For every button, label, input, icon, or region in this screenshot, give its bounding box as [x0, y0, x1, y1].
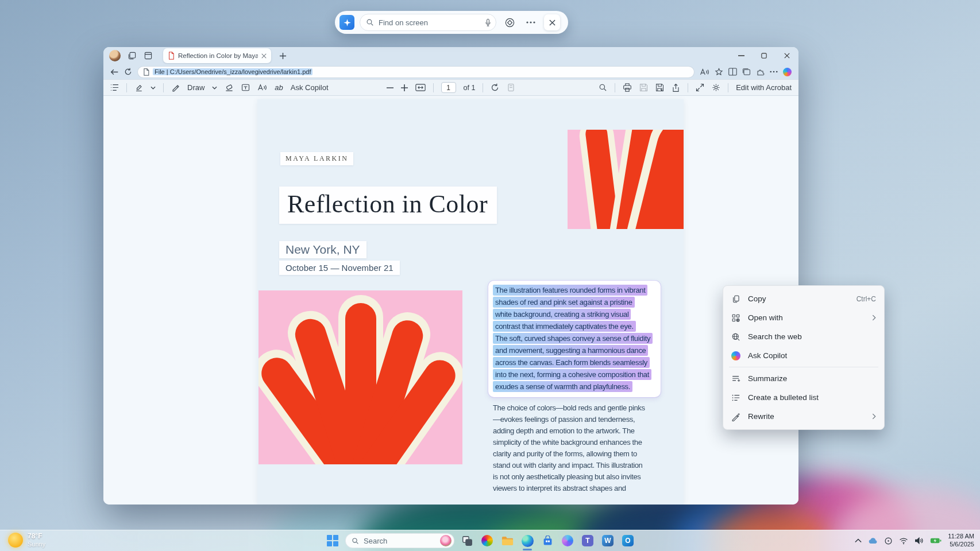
- outlook-button[interactable]: O: [620, 533, 635, 548]
- ask-copilot-button[interactable]: Ask Copilot: [291, 83, 329, 92]
- close-widget-button[interactable]: [544, 14, 560, 30]
- photos-app-button[interactable]: [480, 533, 495, 548]
- zoom-in-button[interactable]: [401, 84, 408, 91]
- visual-search-button[interactable]: [501, 14, 518, 30]
- taskbar-search[interactable]: Search: [345, 533, 454, 548]
- tab-title: Reflection in Color by Maya Lark: [178, 52, 258, 59]
- new-tab-button[interactable]: [279, 52, 287, 60]
- more-options-button[interactable]: [523, 14, 539, 30]
- page-view-button[interactable]: [507, 83, 515, 92]
- rewrite-icon: [731, 412, 740, 421]
- more-dots-icon: [526, 21, 535, 24]
- share-button[interactable]: [672, 83, 680, 92]
- tab-close-icon[interactable]: [261, 53, 267, 59]
- microphone-icon[interactable]: [484, 18, 492, 27]
- system-tray: 11:28 AM 5/6/2025: [855, 530, 974, 551]
- context-menu-item-ask-copilot[interactable]: Ask Copilot: [723, 346, 884, 365]
- profile-avatar[interactable]: [109, 50, 121, 61]
- highlighted-line: exudes a sense of warmth and playfulness…: [493, 381, 656, 392]
- weather-temp: 78°F: [28, 533, 45, 541]
- search-document-button[interactable]: [599, 83, 607, 92]
- context-menu-item-copy[interactable]: Copy Ctrl+C: [723, 289, 884, 308]
- window-controls: [730, 47, 798, 64]
- context-menu: Copy Ctrl+C Open with Search the web Ask…: [723, 285, 885, 430]
- save-as-button[interactable]: [655, 83, 664, 92]
- word-button[interactable]: W: [600, 533, 615, 548]
- onedrive-cloud-icon[interactable]: [868, 537, 878, 544]
- extensions-button[interactable]: [756, 68, 765, 76]
- highlighter-icon[interactable]: [134, 83, 143, 92]
- toc-button[interactable]: [110, 84, 119, 91]
- pdf-viewer: MAYA LARKIN Reflection in Color New York…: [103, 96, 798, 505]
- ab-text-button[interactable]: ab: [275, 83, 283, 92]
- refresh-button[interactable]: [124, 68, 132, 76]
- weather-condition: Sunny: [28, 541, 45, 548]
- tab-actions-icon[interactable]: [144, 51, 153, 60]
- screen-search-tray-icon[interactable]: [884, 537, 893, 545]
- maximize-button[interactable]: [753, 47, 775, 64]
- microsoft-store-button[interactable]: [540, 533, 555, 548]
- fit-to-width-button[interactable]: [415, 84, 426, 91]
- address-bar[interactable]: File | C:/Users/Onedrive/s_izza/lovegive…: [137, 66, 695, 78]
- rotate-button[interactable]: [491, 83, 499, 92]
- chevron-down-icon[interactable]: [151, 86, 156, 90]
- taskbar-clock[interactable]: 11:28 AM 5/6/2025: [948, 533, 974, 549]
- page-count-label: of 1: [464, 84, 476, 92]
- collections-button[interactable]: [742, 68, 751, 76]
- read-aloud-icon[interactable]: [257, 83, 267, 92]
- edit-with-acrobat-button[interactable]: Edit with Acrobat: [736, 83, 792, 92]
- context-menu-item-rewrite[interactable]: Rewrite: [723, 407, 884, 426]
- pdf-toolbar: Draw ab Ask Copilot: [103, 79, 798, 96]
- highlighted-line: into the next, forming a cohesive compos…: [493, 369, 656, 380]
- zoom-out-button[interactable]: [387, 87, 393, 88]
- hidden-icons-chevron[interactable]: [855, 538, 862, 543]
- minimize-button[interactable]: [730, 47, 753, 64]
- context-menu-item-search-web[interactable]: Search the web: [723, 327, 884, 346]
- search-icon: [352, 537, 359, 545]
- back-button[interactable]: [110, 68, 119, 76]
- read-aloud-button[interactable]: [700, 68, 709, 76]
- bulleted-list-icon: [731, 393, 740, 402]
- pen-icon[interactable]: [171, 83, 180, 92]
- favorites-star-button[interactable]: [715, 68, 723, 76]
- start-button[interactable]: [325, 533, 340, 548]
- word-icon: W: [602, 535, 614, 546]
- wifi-icon[interactable]: [899, 537, 908, 545]
- highlighted-paragraph[interactable]: The illustration features rounded forms …: [488, 281, 661, 397]
- copy-icon: [731, 294, 740, 304]
- print-button[interactable]: [623, 83, 632, 92]
- context-menu-item-summarize[interactable]: Summarize: [723, 369, 884, 388]
- pdf-file-icon: [168, 52, 175, 60]
- search-highlight-image: [440, 535, 452, 546]
- page-number-input[interactable]: [441, 82, 456, 93]
- settings-more-button[interactable]: [770, 71, 778, 73]
- pdf-settings-button[interactable]: [712, 83, 720, 92]
- text-box-button[interactable]: [241, 83, 250, 92]
- close-button[interactable]: [775, 47, 798, 64]
- draw-tool-button[interactable]: Draw: [187, 83, 205, 92]
- eraser-button[interactable]: [225, 83, 234, 92]
- highlighted-line: contrast that immediately captivates the…: [493, 321, 656, 332]
- context-menu-item-bulleted-list[interactable]: Create a bulleted list: [723, 388, 884, 407]
- find-input[interactable]: [379, 18, 480, 27]
- fullscreen-button[interactable]: [696, 83, 704, 92]
- task-view-button[interactable]: [460, 533, 474, 548]
- find-search-box[interactable]: [360, 14, 496, 31]
- teams-button[interactable]: T: [580, 533, 595, 548]
- file-explorer-button[interactable]: [500, 533, 515, 548]
- pdf-page: MAYA LARKIN Reflection in Color New York…: [257, 99, 684, 505]
- volume-icon[interactable]: [915, 537, 924, 545]
- shortcut-label: Ctrl+C: [856, 295, 876, 303]
- battery-icon[interactable]: [930, 537, 942, 544]
- split-screen-button[interactable]: [728, 68, 737, 76]
- document-location: New York, NY: [279, 241, 366, 258]
- weather-widget[interactable]: 78°F Sunny: [8, 533, 45, 548]
- context-menu-item-open-with[interactable]: Open with: [723, 308, 884, 327]
- chevron-down-icon[interactable]: [212, 86, 217, 90]
- copilot-button[interactable]: [783, 68, 792, 76]
- save-button[interactable]: [639, 83, 648, 92]
- workspaces-icon[interactable]: [128, 51, 137, 60]
- taskbar-copilot-button[interactable]: [560, 533, 575, 548]
- browser-tab[interactable]: Reflection in Color by Maya Lark: [163, 48, 271, 63]
- edge-app-button[interactable]: [520, 533, 535, 548]
